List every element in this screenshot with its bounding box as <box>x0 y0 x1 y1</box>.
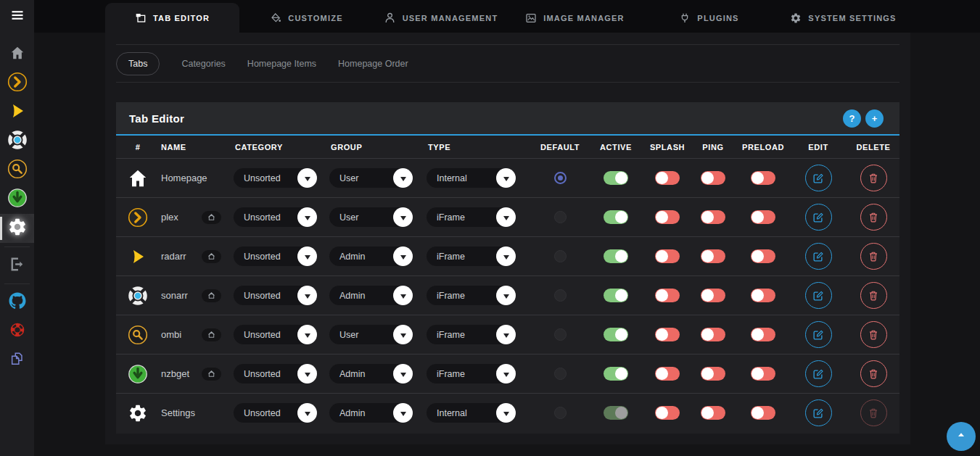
subtab-homepage-order[interactable]: Homepage Order <box>338 59 408 69</box>
help-button[interactable]: ? <box>843 109 861 128</box>
ping-toggle[interactable] <box>701 367 725 381</box>
category-select[interactable]: Unsorted <box>234 286 317 305</box>
type-select[interactable]: iFrame <box>427 207 516 227</box>
active-toggle[interactable] <box>604 367 628 381</box>
ping-toggle[interactable] <box>701 249 725 263</box>
sidebar-item-home[interactable] <box>0 40 34 69</box>
tab-user-management[interactable]: USER MANAGEMENT <box>374 3 508 33</box>
group-select[interactable]: User <box>329 325 413 344</box>
preload-toggle[interactable] <box>751 289 775 302</box>
sidebar-item-logout[interactable] <box>0 251 34 280</box>
ping-toggle[interactable] <box>701 171 725 185</box>
splash-toggle[interactable] <box>655 406 680 420</box>
type-select[interactable]: Internal <box>427 168 516 188</box>
sidebar-item-sonarr[interactable] <box>0 127 34 156</box>
sidebar-item-plex[interactable] <box>0 69 34 98</box>
active-toggle[interactable] <box>604 249 628 263</box>
subtab-tabs[interactable]: Tabs <box>116 52 160 75</box>
tab-system-settings[interactable]: SYSTEM SETTINGS <box>776 3 910 33</box>
tab-plugins[interactable]: PLUGINS <box>642 3 776 33</box>
sidebar-item-settings[interactable] <box>0 214 34 243</box>
default-radio[interactable] <box>554 407 567 419</box>
edit-button[interactable] <box>805 360 832 387</box>
default-radio[interactable] <box>554 211 567 223</box>
edit-button[interactable] <box>805 321 832 348</box>
default-radio[interactable] <box>554 289 567 302</box>
type-select[interactable]: Internal <box>427 403 516 423</box>
splash-toggle[interactable] <box>655 328 680 341</box>
group-select[interactable]: Admin <box>329 246 413 266</box>
sidebar-item-ombi[interactable] <box>0 156 34 185</box>
preload-toggle[interactable] <box>751 210 775 224</box>
splash-toggle[interactable] <box>655 367 680 381</box>
delete-button[interactable] <box>860 204 887 231</box>
category-select[interactable]: Unsorted <box>234 246 317 266</box>
tab-image-manager[interactable]: IMAGE MANAGER <box>508 3 642 33</box>
category-select[interactable]: Unsorted <box>234 168 317 188</box>
active-toggle[interactable] <box>604 406 628 420</box>
sidebar-item-menu[interactable] <box>0 0 34 33</box>
splash-toggle[interactable] <box>655 171 680 185</box>
type-select[interactable]: iFrame <box>427 364 516 384</box>
delete-button[interactable] <box>860 360 887 387</box>
delete-button[interactable] <box>860 165 887 191</box>
group-select[interactable]: Admin <box>329 403 413 423</box>
group-select[interactable]: Admin <box>329 286 413 305</box>
type-select[interactable]: iFrame <box>427 325 516 344</box>
edit-button[interactable] <box>805 243 832 270</box>
preload-toggle[interactable] <box>751 249 775 263</box>
preload-toggle[interactable] <box>751 328 775 341</box>
delete-button[interactable] <box>860 243 887 270</box>
toggle-knob <box>752 172 764 184</box>
active-toggle[interactable] <box>604 328 628 341</box>
delete-button[interactable] <box>860 282 887 309</box>
ping-toggle[interactable] <box>701 210 725 224</box>
default-radio[interactable] <box>554 368 567 380</box>
edit-button[interactable] <box>805 282 832 309</box>
category-value: Unsorted <box>234 173 281 183</box>
subtab-categories[interactable]: Categories <box>181 59 225 69</box>
edit-button[interactable] <box>805 399 832 426</box>
sidebar-item-docs[interactable] <box>0 346 34 375</box>
preload-toggle[interactable] <box>751 367 775 381</box>
splash-toggle[interactable] <box>655 289 680 302</box>
category-select[interactable]: Unsorted <box>234 403 317 423</box>
group-select[interactable]: User <box>329 207 413 227</box>
scroll-to-top-button[interactable] <box>947 422 976 451</box>
column-header-splash: SPLASH <box>646 143 689 152</box>
type-select[interactable]: iFrame <box>427 286 516 305</box>
delete-button[interactable] <box>860 321 887 348</box>
tab-tab-editor[interactable]: TAB EDITOR <box>105 3 239 33</box>
active-toggle[interactable] <box>604 171 628 185</box>
category-select[interactable]: Unsorted <box>234 207 317 227</box>
active-toggle[interactable] <box>604 289 628 302</box>
group-select[interactable]: Admin <box>329 364 413 384</box>
splash-toggle[interactable] <box>655 210 680 224</box>
default-radio[interactable] <box>554 250 567 262</box>
tab-customize[interactable]: CUSTOMIZE <box>239 3 374 33</box>
active-toggle[interactable] <box>604 210 628 224</box>
delete-button[interactable] <box>860 399 887 426</box>
ping-toggle[interactable] <box>701 406 725 420</box>
sidebar-item-radarr[interactable] <box>0 98 34 127</box>
ping-toggle[interactable] <box>701 328 725 341</box>
preload-toggle[interactable] <box>751 171 775 185</box>
default-radio[interactable] <box>554 328 567 341</box>
default-radio[interactable] <box>554 172 567 184</box>
preload-toggle[interactable] <box>751 406 775 420</box>
top-tabs: TAB EDITORCUSTOMIZEUSER MANAGEMENTIMAGE … <box>105 0 910 33</box>
type-select[interactable]: iFrame <box>427 246 516 266</box>
edit-button[interactable] <box>805 165 832 191</box>
add-tab-button[interactable]: + <box>865 109 884 128</box>
sidebar-item-support[interactable] <box>0 317 34 346</box>
splash-toggle[interactable] <box>655 249 680 263</box>
category-select[interactable]: Unsorted <box>234 325 317 344</box>
sidebar-item-github[interactable] <box>0 288 34 317</box>
sidebar-item-nzbget[interactable] <box>0 185 34 214</box>
edit-button[interactable] <box>805 204 832 231</box>
category-select[interactable]: Unsorted <box>234 364 317 384</box>
group-select[interactable]: User <box>329 168 413 188</box>
ping-toggle[interactable] <box>701 289 725 302</box>
documents-icon <box>9 351 25 370</box>
subtab-homepage-items[interactable]: Homepage Items <box>247 59 316 69</box>
